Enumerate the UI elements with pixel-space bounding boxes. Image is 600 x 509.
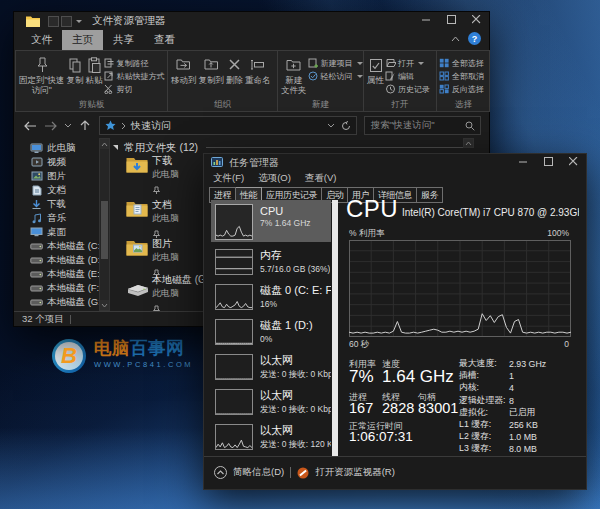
stat-value-speed: 1.64 GHz: [382, 367, 454, 387]
sidebar-item[interactable]: 本地磁盘 (E:): [14, 267, 99, 281]
watermark-url: WWW.PC841.COM: [94, 360, 193, 369]
ribbon-button[interactable]: 重命名: [244, 54, 272, 86]
explorer-titlebar[interactable]: 文件资源管理器: [14, 12, 489, 30]
ribbon-button[interactable]: 编辑: [385, 70, 430, 83]
sidebar-item[interactable]: 视频: [14, 155, 99, 169]
sidebar-item[interactable]: 下载: [14, 197, 99, 211]
cpu-chip-name: Intel(R) Core(TM) i7 CPU 870 @ 2.93GHz: [402, 207, 579, 218]
scroll-up-icon[interactable]: [100, 139, 109, 149]
refresh-icon[interactable]: [341, 121, 351, 131]
menu-item[interactable]: 查看(V): [305, 172, 337, 185]
minimize-button[interactable]: [511, 154, 536, 169]
perf-sidebar-item[interactable]: 内存5.7/16.0 GB (36%): [211, 247, 331, 277]
menu-item[interactable]: 文件(F): [213, 172, 244, 185]
resource-monitor-icon[interactable]: [297, 467, 309, 479]
ribbon-button[interactable]: 全部取消: [439, 70, 484, 83]
ribbon-button[interactable]: 全部选择: [439, 57, 484, 70]
search-input[interactable]: 搜索"快速访问": [364, 116, 481, 135]
perf-sidebar-item[interactable]: 以太网发送: 0 接收: 0 Kbps: [211, 387, 331, 417]
ribbon-button[interactable]: 复制到: [198, 54, 226, 86]
sidebar-item[interactable]: 图片: [14, 169, 99, 183]
ribbon-button[interactable]: 反向选择: [439, 83, 484, 96]
ribbon-button[interactable]: 固定到"快速 访问": [18, 54, 66, 95]
address-dropdown-icon[interactable]: [327, 123, 335, 128]
taskman-titlebar[interactable]: 任务管理器: [204, 154, 586, 171]
perf-thumbnail: [215, 284, 253, 310]
ribbon-button[interactable]: 移动到: [170, 54, 198, 86]
ribbon-tab[interactable]: 主页: [62, 30, 103, 50]
maximize-button[interactable]: [536, 154, 561, 169]
stat-value-processes: 167: [349, 400, 373, 416]
sidebar-item[interactable]: 本地磁盘 (F:): [14, 281, 99, 295]
perf-sidebar-item[interactable]: 以太网发送: 0 接收: 120 Kbps: [211, 422, 331, 452]
ribbon-button[interactable]: 历史记录: [385, 83, 430, 96]
close-button[interactable]: [464, 12, 489, 27]
qat-button[interactable]: [61, 16, 72, 27]
quick-access-toolbar[interactable]: [48, 16, 82, 27]
nav-scrollbar-thumb[interactable]: [101, 201, 108, 259]
ribbon-collapse-icon[interactable]: [451, 36, 460, 42]
search-icon[interactable]: [465, 121, 475, 131]
resource-monitor-label[interactable]: 打开资源监视器(R): [315, 466, 395, 479]
sidebar-item[interactable]: 文档: [14, 183, 99, 197]
ribbon-button[interactable]: 粘贴快捷方式: [104, 70, 165, 83]
drive-icon: [30, 296, 43, 308]
ribbon-group-label: 打开: [364, 98, 436, 111]
ribbon-button[interactable]: 属性: [366, 54, 385, 86]
ribbon-button[interactable]: 复制路径: [104, 57, 165, 70]
sidebar-scrollbar[interactable]: [332, 200, 338, 456]
ribbon-button[interactable]: 复制: [66, 54, 85, 86]
sidebar-item[interactable]: 本地磁盘 (G:): [14, 295, 99, 309]
help-icon[interactable]: ?: [468, 32, 481, 45]
detail-label: L1 缓存:: [459, 419, 508, 431]
sidebar-item[interactable]: 音乐: [14, 211, 99, 225]
scroll-down-icon[interactable]: [100, 300, 109, 310]
close-button[interactable]: [561, 154, 586, 169]
perf-sidebar-item[interactable]: 磁盘 0 (C: E: F: G:)16%: [211, 282, 331, 312]
menu-item[interactable]: 选项(O): [258, 172, 291, 185]
ribbon-tab[interactable]: 共享: [103, 30, 144, 50]
ribbon-button[interactable]: 新建 文件夹: [280, 54, 308, 95]
ribbon-group: 属性打开编辑历史记录打开: [364, 51, 437, 111]
breadcrumb-chevron-icon[interactable]: [121, 122, 126, 130]
desktop: B 电脑百事网 WWW.PC841.COM 文件资源管理器 文件主页共享查看 ?: [0, 0, 600, 509]
perf-sidebar-item[interactable]: 以太网发送: 0 接收: 0 Kbps: [211, 352, 331, 382]
address-location[interactable]: 快速访问: [131, 119, 171, 133]
ribbon-button[interactable]: 粘贴: [85, 54, 104, 86]
ribbon-button[interactable]: 剪切: [104, 83, 165, 96]
perf-sidebar-item[interactable]: 磁盘 1 (D:)0%: [211, 317, 331, 347]
sidebar-item[interactable]: 本地磁盘 (C:): [14, 239, 99, 253]
perf-sidebar-item[interactable]: CPU7% 1.64 GHz: [211, 200, 331, 242]
up-icon[interactable]: [79, 120, 91, 131]
ribbon-group-label: 新建: [278, 98, 363, 111]
recent-locations-icon[interactable]: [64, 123, 72, 128]
ribbon-button[interactable]: 轻松访问: [308, 70, 363, 83]
qat-dropdown-icon[interactable]: [76, 20, 82, 23]
maximize-button[interactable]: [439, 12, 464, 27]
ribbon-tab[interactable]: 查看: [144, 30, 185, 50]
axis-label-utilization: % 利用率: [349, 228, 384, 240]
sidebar-item[interactable]: 桌面: [14, 225, 99, 239]
collapse-group-icon[interactable]: [113, 145, 118, 150]
perf-thumbnail: [215, 424, 253, 450]
back-icon[interactable]: [24, 121, 37, 131]
sidebar-item[interactable]: 本地磁盘 (D:): [14, 253, 99, 267]
fewer-details-icon[interactable]: [214, 466, 227, 479]
ribbon-button[interactable]: 删除: [225, 54, 244, 86]
cpu-panel: CPU Intel(R) Core(TM) i7 CPU 870 @ 2.93G…: [346, 198, 579, 456]
detail-label: 虚拟化:: [459, 407, 508, 419]
ribbon-tab[interactable]: 文件: [21, 30, 62, 50]
downloads-icon: [30, 198, 43, 210]
address-bar[interactable]: 快速访问: [99, 116, 357, 135]
fewer-details-label[interactable]: 简略信息(D): [233, 466, 284, 479]
sidebar-item[interactable]: 此电脑: [14, 141, 99, 155]
qat-button[interactable]: [48, 16, 59, 27]
nav-scrollbar[interactable]: [99, 138, 110, 311]
forward-icon[interactable]: [44, 121, 57, 131]
scroll-up-icon[interactable]: [463, 138, 474, 148]
watermark-logo-icon: B: [52, 339, 86, 373]
ribbon-button[interactable]: 新建项目: [308, 57, 363, 70]
ribbon-button[interactable]: 打开: [385, 57, 430, 70]
pin-icon: [35, 56, 49, 74]
minimize-button[interactable]: [414, 12, 439, 27]
